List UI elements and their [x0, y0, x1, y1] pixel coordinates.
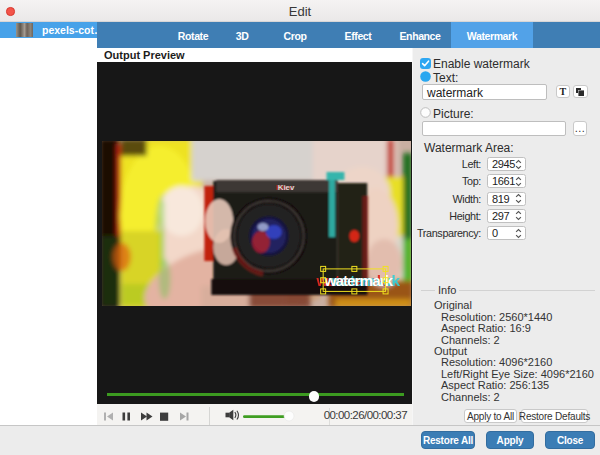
svg-text:Kiev: Kiev: [278, 183, 295, 192]
